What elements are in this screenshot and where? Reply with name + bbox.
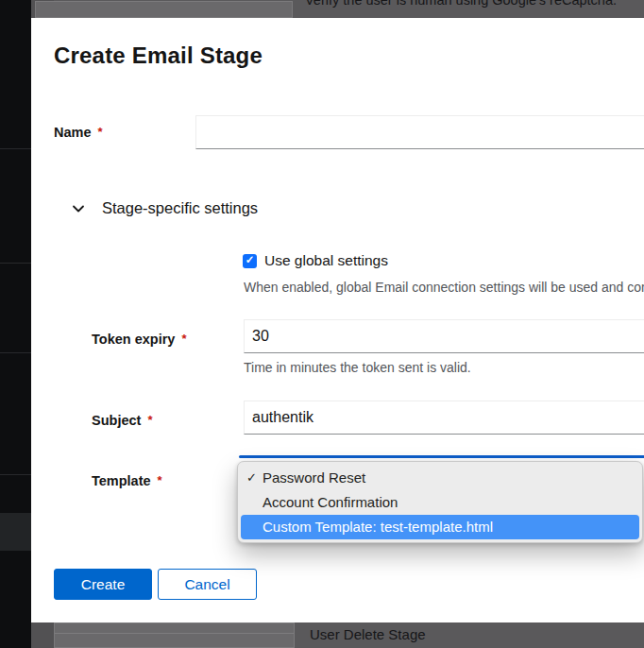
sidebar-active-item bbox=[0, 513, 31, 551]
name-input[interactable] bbox=[195, 115, 644, 149]
sidebar-divider bbox=[0, 352, 31, 353]
sidebar-divider bbox=[0, 263, 31, 264]
dropdown-item-password-reset[interactable]: ✓ Password Reset bbox=[238, 466, 642, 490]
use-global-settings-label[interactable]: Use global settings bbox=[264, 252, 388, 269]
sidebar-divider bbox=[0, 474, 31, 475]
app-sidebar bbox=[0, 0, 31, 648]
token-expiry-required-asterisk: * bbox=[181, 332, 186, 346]
token-expiry-input[interactable] bbox=[244, 319, 644, 353]
template-label-text: Template bbox=[92, 473, 151, 488]
backdrop-table-cell bbox=[35, 1, 293, 18]
backdrop-table-cell bbox=[54, 622, 295, 648]
subject-required-asterisk: * bbox=[147, 413, 152, 427]
dropdown-item-label: Account Confirmation bbox=[263, 494, 398, 510]
chevron-down-icon bbox=[71, 201, 86, 216]
dropdown-item-label: Custom Template: test-template.html bbox=[263, 519, 493, 535]
backdrop-recaptcha-text: Verify the user is human using Google's … bbox=[305, 0, 617, 8]
sidebar-divider bbox=[0, 148, 31, 149]
screen: Verify the user is human using Google's … bbox=[0, 0, 644, 648]
dropdown-item-account-confirmation[interactable]: Account Confirmation bbox=[238, 490, 642, 515]
subject-label: Subject* bbox=[92, 413, 152, 428]
token-expiry-label: Token expiry* bbox=[92, 332, 186, 347]
backdrop-bottom-strip: User Delete Stage bbox=[0, 622, 644, 648]
dropdown-item-custom-template[interactable]: Custom Template: test-template.html bbox=[241, 515, 639, 539]
stage-specific-settings-toggle[interactable]: Stage-specific settings bbox=[71, 199, 258, 217]
use-global-settings-row: ✓ Use global settings bbox=[243, 252, 388, 269]
template-required-asterisk: * bbox=[158, 473, 162, 487]
backdrop-table-divider bbox=[55, 633, 294, 634]
create-button[interactable]: Create bbox=[54, 569, 152, 600]
backdrop-table-checkbox-column bbox=[31, 622, 54, 648]
subject-input[interactable] bbox=[244, 401, 644, 435]
use-global-settings-checkbox[interactable]: ✓ bbox=[243, 254, 257, 268]
name-label-text: Name bbox=[54, 125, 92, 140]
use-global-settings-helper: When enabled, global Email connection se… bbox=[244, 280, 644, 295]
subject-label-text: Subject bbox=[92, 413, 141, 428]
template-dropdown-menu: ✓ Password Reset Account Confirmation Cu… bbox=[237, 461, 643, 543]
checkbox-check-icon: ✓ bbox=[246, 255, 255, 266]
token-expiry-label-text: Token expiry bbox=[92, 332, 175, 347]
template-select-focus-border[interactable] bbox=[239, 455, 644, 458]
create-email-stage-modal: Create Email Stage Name* Stage-specific … bbox=[31, 18, 644, 622]
check-icon: ✓ bbox=[246, 466, 257, 490]
section-title: Stage-specific settings bbox=[102, 199, 258, 217]
backdrop-stage-name-text: User Delete Stage bbox=[310, 626, 426, 642]
template-label: Template* bbox=[92, 473, 162, 488]
name-required-asterisk: * bbox=[98, 125, 103, 139]
backdrop-top-strip: Verify the user is human using Google's … bbox=[0, 0, 644, 18]
cancel-button[interactable]: Cancel bbox=[158, 569, 257, 600]
name-label: Name* bbox=[54, 125, 103, 140]
modal-title: Create Email Stage bbox=[54, 43, 263, 69]
token-expiry-helper: Time in minutes the token sent is valid. bbox=[244, 360, 644, 375]
dropdown-item-label: Password Reset bbox=[263, 469, 365, 486]
